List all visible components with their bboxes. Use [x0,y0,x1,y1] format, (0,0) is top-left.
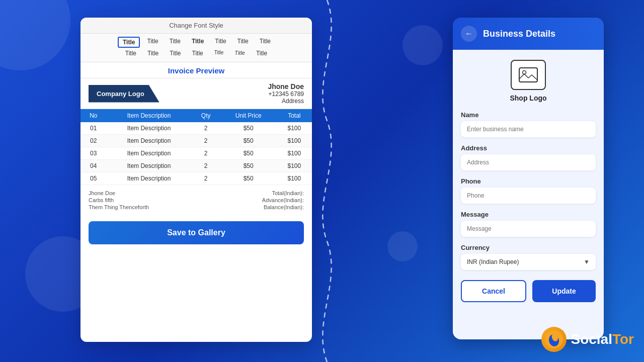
shop-logo-upload[interactable] [511,60,546,90]
panel-header: ← Business Details [453,18,604,50]
watermark-tor: Tor [612,331,634,347]
watermark-logo-icon [541,327,567,352]
font-option-6[interactable]: Title [256,37,275,48]
font-option-1[interactable]: Title [143,37,162,48]
message-field-group: Message [461,211,596,237]
font-option-8[interactable]: Title [143,49,163,58]
footer-them: Them Thing Thenceforth [89,204,149,210]
font-option-13[interactable]: Title [252,49,271,58]
address-field-group: Address [461,144,596,170]
back-button[interactable]: ← [461,26,477,42]
table-header-row: No Item Description Qty Unit Price Total [80,109,312,122]
cancel-button[interactable]: Cancel [461,280,526,302]
shop-logo-label: Shop Logo [510,94,546,102]
contact-address: Address [268,98,304,105]
cell-no: 03 [80,147,107,160]
table-row: 05 Item Description 2 $50 $100 [80,172,312,185]
save-to-gallery-button[interactable]: Save to Gallery [89,221,304,244]
font-row-1: Title Title Title Title Title Title Titl… [86,37,307,48]
cell-description: Item Description [107,160,192,172]
currency-select[interactable]: INR (Indian Rupee) USD (US Dollar) EUR (… [461,254,596,270]
phone-input[interactable] [461,188,596,204]
font-option-5[interactable]: Title [233,37,253,48]
font-option-2[interactable]: Title [166,37,185,48]
dashed-curve [312,0,342,362]
bg-decoration-4 [387,231,418,261]
cell-qty: 2 [192,160,220,172]
watermark-text: SocialTor [571,331,634,347]
cell-unit-price: $50 [220,147,277,160]
table-row: 03 Item Description 2 $50 $100 [80,147,312,160]
action-buttons: Cancel Update [461,280,596,302]
shop-logo-section: Shop Logo [461,60,596,102]
bg-decoration-1 [0,0,70,70]
cell-qty: 2 [192,147,220,160]
address-input[interactable] [461,154,596,170]
font-option-9[interactable]: Title [166,49,185,58]
cell-description: Item Description [107,172,192,185]
invoice-footer: Jhone Doe Total(Indian): Carbs fifth Adv… [80,185,312,216]
company-logo: Company Logo [89,85,159,103]
address-label: Address [461,144,596,152]
table-row: 04 Item Description 2 $50 $100 [80,160,312,172]
table-row: 02 Item Description 2 $50 $100 [80,135,312,147]
name-field-group: Name [461,111,596,137]
cell-unit-price: $50 [220,135,277,147]
col-no: No [80,109,107,122]
footer-carbs: Carbs fifth [89,197,114,203]
cell-description: Item Description [107,135,192,147]
cell-qty: 2 [192,135,220,147]
col-total: Total [277,109,312,122]
currency-field-group: Currency INR (Indian Rupee) USD (US Doll… [461,244,596,270]
font-option-7[interactable]: Title [121,49,140,58]
panel-title: Business Details [483,29,555,39]
font-option-0[interactable]: Title [118,37,140,48]
footer-row-1: Jhone Doe Total(Indian): [89,190,304,196]
font-option-3[interactable]: Title [188,37,208,48]
cell-total: $100 [277,160,312,172]
invoice-preview-title: Invoice Preview [80,62,312,78]
col-qty: Qty [192,109,220,122]
col-unit-price: Unit Price [220,109,277,122]
currency-label: Currency [461,244,596,251]
cell-qty: 2 [192,122,220,135]
socialt-logo-icon [545,330,563,348]
cell-total: $100 [277,147,312,160]
footer-name: Jhone Doe [89,190,115,196]
watermark: SocialTor [541,327,634,352]
font-row-2: Title Title Title Title Title Title Titl… [86,49,307,58]
watermark-social: Social [571,331,612,347]
contact-info: Jhone Doe +12345 6789 Address [268,82,304,105]
font-option-11[interactable]: Title [210,49,228,58]
update-button[interactable]: Update [532,280,596,302]
font-option-10[interactable]: Title [188,49,207,58]
panel-body: Shop Logo Name Address Phone Message Cur… [453,50,604,339]
cell-description: Item Description [107,147,192,160]
col-description: Item Description [107,109,192,122]
font-option-4[interactable]: Title [211,37,230,48]
table-row: 01 Item Description 2 $50 $100 [80,122,312,135]
invoice-panel: Change Font Style Title Title Title Titl… [80,18,312,342]
font-style-header: Change Font Style [80,18,312,34]
cell-no: 02 [80,135,107,147]
font-option-12[interactable]: Title [230,49,249,58]
cell-qty: 2 [192,172,220,185]
bg-decoration-3 [403,25,443,65]
invoice-table: No Item Description Qty Unit Price Total… [80,109,312,185]
business-details-panel: ← Business Details Shop Logo Name Addres… [453,18,604,339]
message-label: Message [461,211,596,218]
footer-balance-label: Balance(Indian): [264,204,304,210]
name-input[interactable] [461,121,596,137]
phone-label: Phone [461,177,596,185]
cell-total: $100 [277,172,312,185]
footer-total-label: Total(Indian): [272,190,304,196]
contact-phone: +12345 6789 [268,90,304,98]
invoice-header: Company Logo Jhone Doe +12345 6789 Addre… [80,78,312,109]
cell-description: Item Description [107,122,192,135]
image-placeholder-icon [518,66,538,84]
font-options-container: Title Title Title Title Title Title Titl… [80,34,312,62]
cell-no: 01 [80,122,107,135]
message-input[interactable] [461,221,596,237]
currency-select-wrapper: INR (Indian Rupee) USD (US Dollar) EUR (… [461,254,596,270]
cell-no: 05 [80,172,107,185]
